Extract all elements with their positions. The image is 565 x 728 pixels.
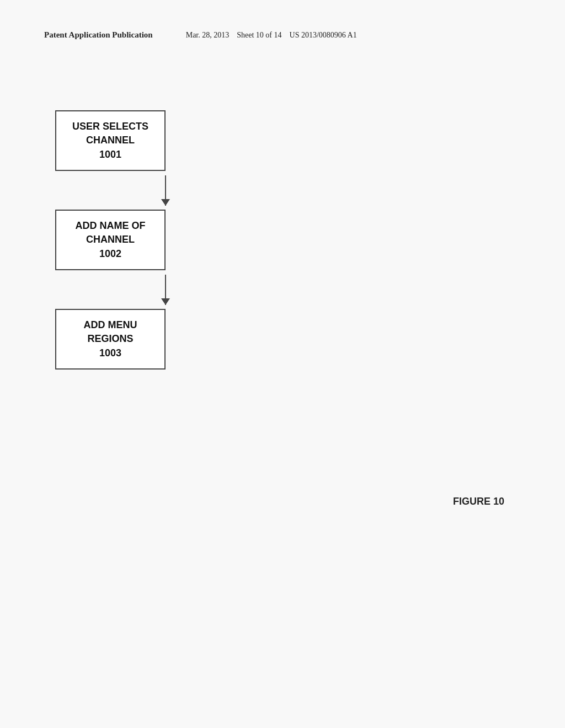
- page-header: Patent Application Publication Mar. 28, …: [0, 30, 565, 40]
- arrow-line-1: [165, 175, 166, 206]
- flowchart-area: USER SELECTS CHANNEL 1001 ADD NAME OF CH…: [55, 110, 276, 370]
- arrow-1: [55, 171, 276, 210]
- publication-label: Patent Application Publication: [44, 30, 153, 40]
- figure-label: FIGURE 10: [453, 496, 504, 507]
- arrow-2: [55, 270, 276, 309]
- page-container: Patent Application Publication Mar. 28, …: [0, 0, 565, 728]
- flow-box-1002: ADD NAME OF CHANNEL 1002: [55, 210, 166, 270]
- arrow-line-2: [165, 275, 166, 305]
- flow-box-1003: ADD MENU REGIONS 1003: [55, 309, 166, 370]
- flow-box-1001: USER SELECTS CHANNEL 1001: [55, 110, 166, 171]
- date-label: Mar. 28, 2013 Sheet 10 of 14 US 2013/008…: [186, 31, 357, 40]
- flow-box-1001-text: USER SELECTS CHANNEL 1001: [72, 120, 148, 162]
- flow-box-1003-text: ADD MENU REGIONS 1003: [84, 318, 137, 360]
- flow-box-1002-text: ADD NAME OF CHANNEL 1002: [76, 219, 146, 261]
